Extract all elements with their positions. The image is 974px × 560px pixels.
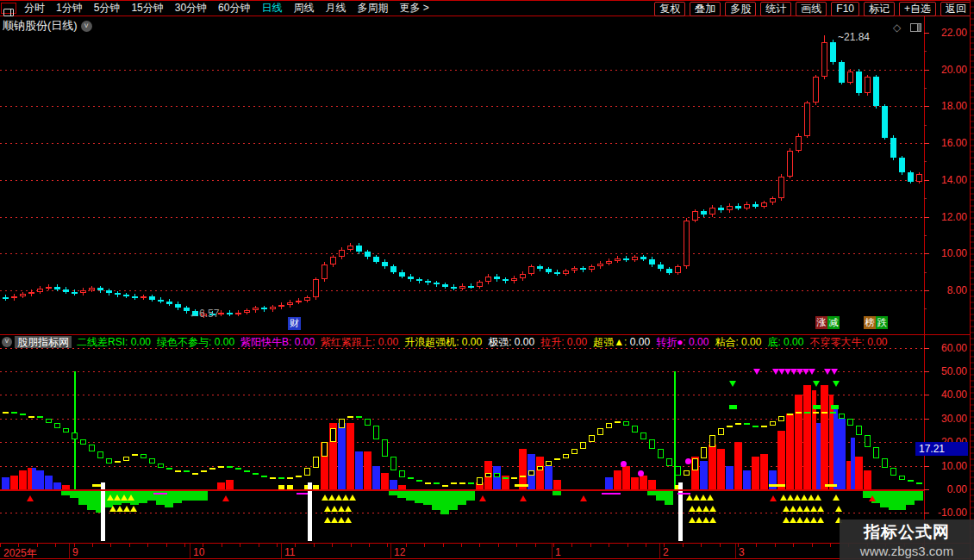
price-axis-label: 22.00 [927,27,967,39]
yellow-up-triangle [817,517,824,523]
osc-candle [390,457,396,470]
osc-candle [890,468,896,475]
osc-candle [597,428,603,435]
osc-candle [106,458,112,463]
indicator-header: ˅ 股朋指标网 二线差RSI: 0.00绿色不参与: 0.00紫阳快牛B: 0.… [2,336,924,348]
current-value-box: 17.21 [915,442,968,456]
indicator-item: 底: 0.00 [767,336,803,348]
indicator-item: 绿色不参与: 0.00 [157,336,234,348]
magenta-down-triangle [753,369,760,375]
red-up-triangle [222,495,229,501]
collapse-icon[interactable]: ˅ [2,337,12,347]
osc-candle [244,470,250,472]
neg-bar-green [397,491,406,498]
axis-tick [924,489,929,490]
axis-minor-tick [924,51,927,52]
yellow-up-triangle [345,506,352,512]
axis-tick-small [222,544,222,547]
axis-tick [924,217,929,218]
hist-bar-blue [700,461,708,489]
indicator-plot[interactable] [0,0,974,560]
yellow-up-triangle [808,495,815,501]
indicator-item: 拉升: 0.00 [540,336,587,348]
yellow-up-triangle [331,506,338,512]
yellow-up-triangle [123,506,130,512]
yellow-up-triangle [130,506,137,512]
osc-candle [373,426,379,439]
yellow-up-triangle [810,506,817,512]
osc-candle [865,435,871,447]
osc-candle [399,470,405,477]
osc-candle [63,428,69,432]
osc-candle [115,461,121,463]
osc-candle [571,449,578,453]
neg-bar-green [897,491,906,510]
watermark: 指标公式网 www.zbgs3.com [840,520,974,560]
bottom-border [0,558,974,559]
hist-bar-red [855,457,863,489]
hist-bar-blue [605,477,613,489]
hist-bar-red [553,480,561,489]
osc-candle [72,432,78,439]
yellow-up-triangle [107,495,114,501]
ind-axis-label: 10.00 [927,460,967,472]
osc-candle [692,458,698,470]
hist-bar-red [622,466,630,489]
osc-candle [468,482,474,484]
neg-bar-green [647,491,656,495]
yellow-up-triangle [787,495,794,501]
month-label: 11 [284,546,295,558]
red-up-triangle [27,495,34,501]
price-axis-line [924,16,925,559]
axis-tick [924,143,929,144]
neg-bar-green [906,491,915,505]
indicator-item: 极强: 0.00 [488,336,534,348]
osc-candle [554,458,560,460]
osc-candle [494,473,500,477]
yellow-up-triangle [794,495,801,501]
osc-candle [261,476,267,477]
red-up-triangle [520,495,527,501]
hist-bar-blue [545,466,553,489]
yellow-up-triangle [342,495,349,501]
neg-bar-green [432,491,440,510]
yellow-up-triangle [128,495,134,501]
indicator-item: 紫红紧跟上: 0.00 [321,336,398,348]
neg-bar-green [440,491,449,514]
indicator-item: 升浪超强机: 0.00 [404,336,482,348]
osc-candle [218,466,224,468]
osc-candle [727,426,733,427]
osc-candle [158,464,164,468]
axis-tick [924,466,929,467]
yellow-up-triangle [780,495,787,501]
osc-candle [149,458,155,463]
osc-candle [856,426,862,435]
osc-candle [623,421,629,426]
osc-candle [339,419,345,428]
neg-bar-green [389,491,397,495]
osc-candle [425,482,431,484]
magenta-dot [621,461,627,467]
indicator-item: 粘合: 0.00 [715,336,761,348]
hist-bar-red [19,470,27,489]
osc-candle [589,435,595,442]
osc-candle [520,476,526,477]
edge-strip [971,0,974,560]
osc-candle [684,470,690,475]
red-up-triangle [869,495,876,501]
osc-candle [666,458,672,465]
osc-candle [227,466,233,468]
hist-bar-red [734,442,742,489]
axis-minor-tick [924,235,927,236]
indicator-values: 二线差RSI: 0.00绿色不参与: 0.00紫阳快牛B: 0.00紫红紧跟上:… [77,336,894,348]
axis-tick-small [775,544,776,547]
yellow-up-triangle [689,517,696,523]
month-separator [69,544,70,559]
osc-candle [175,470,181,472]
indicator-item: 超强▲: 0.00 [593,336,650,348]
hist-bar-red [364,451,371,489]
osc-candle [434,482,440,484]
signal-bar-white [308,482,312,541]
axis-tick-small [443,544,444,547]
yellow-up-triangle [796,517,803,523]
